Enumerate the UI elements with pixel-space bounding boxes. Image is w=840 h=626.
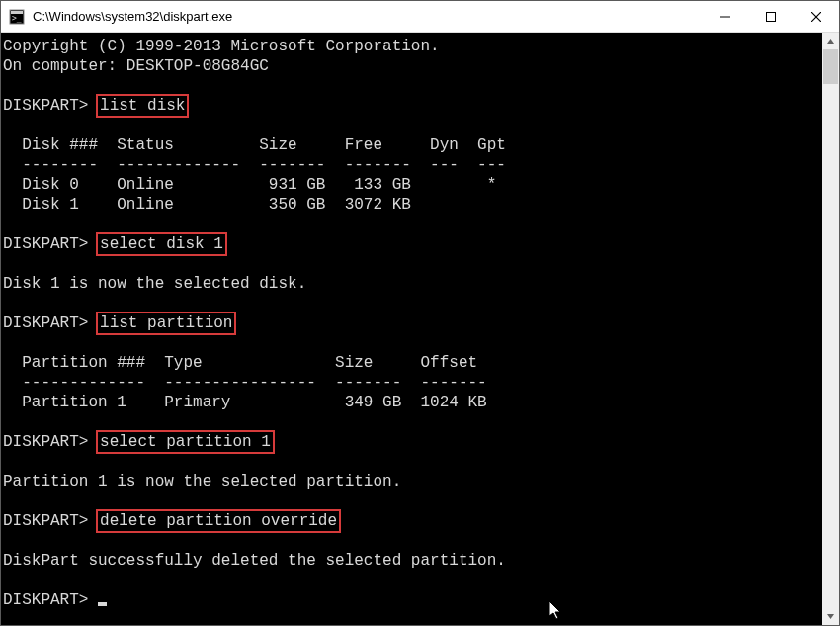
disk-row-0: Disk 0 Online 931 GB 133 GB * [3, 175, 820, 195]
app-icon: >_ [9, 9, 25, 25]
svg-rect-4 [767, 12, 776, 21]
window-title: C:\Windows\system32\diskpart.exe [33, 9, 703, 24]
console-wrapper: Copyright (C) 1999-2013 Microsoft Corpor… [1, 33, 839, 625]
prompt-line-2: DISKPART> select disk 1 [3, 234, 820, 254]
scrollbar-down-arrow[interactable] [822, 608, 839, 625]
hl-cmd-select-partition: select partition 1 [96, 430, 275, 454]
hl-cmd-delete-partition: delete partition override [96, 509, 341, 533]
svg-marker-8 [827, 614, 834, 619]
svg-text:>_: >_ [12, 14, 22, 23]
prompt-line-5: DISKPART> delete partition override [3, 511, 820, 531]
msg-deleted: DiskPart successfully deleted the select… [3, 551, 820, 571]
maximize-button[interactable] [748, 1, 794, 32]
scrollbar-up-arrow[interactable] [822, 33, 839, 49]
window-controls [703, 1, 839, 32]
diskpart-prompt: DISKPART> [3, 433, 88, 451]
console-output[interactable]: Copyright (C) 1999-2013 Microsoft Corpor… [1, 33, 822, 625]
diskpart-prompt: DISKPART> [3, 235, 88, 253]
computer-line: On computer: DESKTOP-08G84GC [3, 56, 820, 76]
close-button[interactable] [794, 1, 839, 32]
copyright-line: Copyright (C) 1999-2013 Microsoft Corpor… [3, 37, 820, 56]
text-cursor [98, 602, 107, 606]
prompt-line-1: DISKPART> list disk [3, 96, 820, 116]
disk-row-1: Disk 1 Online 350 GB 3072 KB [3, 195, 820, 215]
vertical-scrollbar[interactable] [822, 33, 839, 625]
disk-table-header: Disk ### Status Size Free Dyn Gpt [3, 135, 820, 155]
diskpart-prompt: DISKPART> [3, 591, 88, 609]
minimize-button[interactable] [703, 1, 748, 32]
msg-selected-partition: Partition 1 is now the selected partitio… [3, 472, 820, 492]
hl-cmd-select-disk: select disk 1 [96, 232, 227, 256]
svg-marker-7 [827, 39, 834, 44]
msg-selected-disk: Disk 1 is now the selected disk. [3, 274, 820, 294]
diskpart-prompt: DISKPART> [3, 512, 88, 530]
partition-row-1: Partition 1 Primary 349 GB 1024 KB [3, 393, 820, 412]
hl-cmd-list-disk: list disk [96, 94, 189, 118]
diskpart-prompt: DISKPART> [3, 314, 88, 332]
disk-table-sep: -------- ------------- ------- ------- -… [3, 155, 820, 175]
hl-cmd-list-partition: list partition [96, 312, 236, 335]
prompt-line-6: DISKPART> [3, 590, 820, 610]
prompt-line-4: DISKPART> select partition 1 [3, 432, 820, 452]
diskpart-prompt: DISKPART> [3, 97, 88, 115]
titlebar[interactable]: >_ C:\Windows\system32\diskpart.exe [1, 1, 839, 33]
partition-table-header: Partition ### Type Size Offset [3, 353, 820, 373]
prompt-line-3: DISKPART> list partition [3, 313, 820, 333]
partition-table-sep: ------------- ---------------- ------- -… [3, 373, 820, 393]
scrollbar-thumb[interactable] [823, 49, 838, 84]
app-window: >_ C:\Windows\system32\diskpart.exe Copy… [0, 0, 840, 626]
